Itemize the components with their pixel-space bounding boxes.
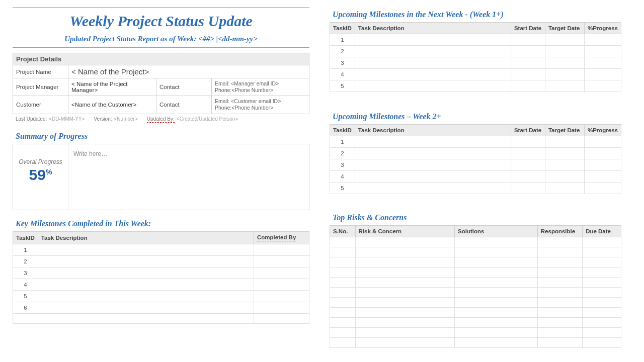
meta-version-v: <Number> [114,116,138,123]
cell-id [330,247,356,257]
cell [583,247,621,257]
cell [455,298,538,308]
risk-col-sn: S.No. [330,226,356,237]
overall-progress-label: Overal Progress [16,158,65,165]
cell [355,183,511,194]
cell [355,46,511,57]
cell [355,136,511,148]
cell [355,257,455,267]
table-row [330,288,621,298]
table-row: 1 [13,244,309,255]
overall-progress-value: 59% [16,167,65,183]
page-title: Weekly Project Status Update [13,13,309,30]
cell [355,247,455,257]
up1-col-desc: Task Description [355,23,511,34]
cell-id [330,338,356,348]
cell [38,267,254,279]
cell [455,278,538,288]
cell [355,80,511,92]
upcoming1-table: TaskID Task Description Start Date Targe… [330,22,621,92]
upcoming2-heading: Upcoming Milestones – Week 2+ [333,112,621,121]
summary-text: Write here… [68,144,309,210]
pd-name-value: < Name of the Project> [68,65,309,78]
pd-manager-label: Project Manager [13,78,68,96]
cell [537,288,582,298]
pd-name-label: Project Name [13,65,68,78]
cell [511,34,545,46]
cell [455,267,538,278]
pd-customer-contact-value: Email: <Customer email ID> Phone:<Phone … [212,96,309,114]
cell [455,328,538,338]
cell-id: 1 [330,34,355,46]
cell [537,247,582,257]
cell-id: 6 [13,302,38,313]
table-row [330,267,621,278]
cell-id: 2 [330,46,355,57]
up2-col-td: Target Date [545,125,584,136]
cell [583,288,621,298]
up1-col-pp: %Progress [584,23,621,34]
cell [545,80,584,92]
cell [38,313,254,323]
risk-col-rc: Risk & Concern [355,226,455,237]
cell-id [330,298,356,308]
table-row: 3 [330,159,621,171]
cell [584,69,621,80]
table-row [330,237,621,247]
cell [545,46,584,57]
cell [355,318,455,328]
cell-id: 3 [330,57,355,69]
cell [537,328,582,338]
cell [355,267,455,278]
cell [537,267,582,278]
cell [455,318,538,328]
cell [537,257,582,267]
cell [584,159,621,171]
progress-box: Overal Progress 59% Write here… [13,144,309,210]
cell [545,171,584,183]
cell-id [330,257,356,267]
cell [355,308,455,318]
cell [38,290,254,302]
cell [254,302,309,313]
cell-id: 4 [330,69,355,80]
cell [38,302,254,313]
up1-col-sd: Start Date [511,23,545,34]
cell [355,34,511,46]
cell-id [13,313,38,323]
cell [584,136,621,148]
table-row: 3 [13,267,309,279]
table-row [330,257,621,267]
cell [583,328,621,338]
cell [455,237,538,247]
cell [254,290,309,302]
cell-id: 4 [330,171,355,183]
cell [455,247,538,257]
upcoming2-table: TaskID Task Description Start Date Targe… [330,124,621,194]
completed-heading: Key Milestones Completed in This Week: [16,219,309,228]
completed-col-id: TaskID [13,231,38,244]
table-row [330,328,621,338]
cell-id: 1 [13,244,38,255]
cell [511,69,545,80]
table-row: 1 [330,34,621,46]
cell [254,244,309,255]
cell [584,171,621,183]
cell [254,313,309,323]
cell-id: 2 [13,255,38,267]
cell [511,183,545,194]
table-row [330,278,621,288]
project-details-table: Project Details Project Name < Name of t… [13,53,309,114]
cell [355,148,511,159]
cell-id: 3 [13,267,38,279]
cell [583,237,621,247]
cell [537,338,582,348]
cell-id: 5 [13,290,38,302]
cell [254,279,309,290]
cell-id [330,308,356,318]
table-row: 5 [330,183,621,194]
cell [511,57,545,69]
cell [355,298,455,308]
cell [583,298,621,308]
cell [511,159,545,171]
